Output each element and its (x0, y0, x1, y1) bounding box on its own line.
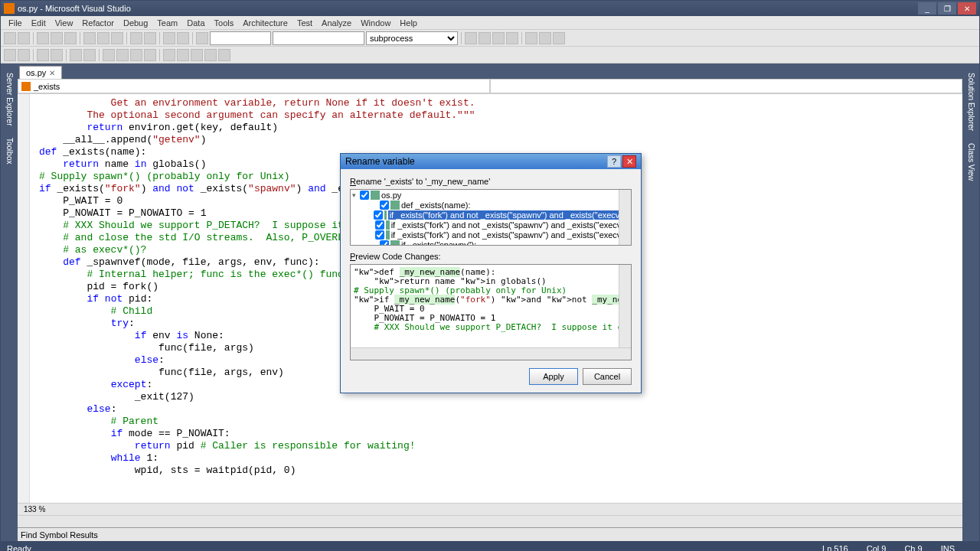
prev-bookmark-button[interactable] (116, 49, 129, 61)
indent-button[interactable] (37, 49, 49, 61)
dialog-close-button[interactable]: ✕ (622, 155, 636, 168)
cut-button[interactable] (83, 32, 96, 44)
menu-debug[interactable]: Debug (119, 18, 152, 28)
uncomment-button[interactable] (492, 32, 505, 44)
zoom-level[interactable]: 133 % (24, 505, 45, 514)
tree-item[interactable]: def _exists(name): (351, 200, 631, 210)
preview-box[interactable]: "kw">def _my_new_name(name): "kw">return… (350, 264, 632, 360)
tool-c-button[interactable] (539, 32, 551, 44)
bottom-panel[interactable]: Find Symbol Results (18, 527, 962, 541)
tool-d-button[interactable] (553, 32, 565, 44)
platform-dropdown[interactable] (273, 31, 364, 45)
menu-view[interactable]: View (51, 18, 78, 28)
find-button[interactable] (465, 32, 477, 44)
tool-b-button[interactable] (525, 32, 537, 44)
rename-label: Rename '_exists' to '_my_new_name' (350, 177, 632, 186)
tree-root-label: os.py (381, 191, 401, 200)
tree-item[interactable]: if _exists("fork") and not _exists("spaw… (351, 210, 631, 220)
tree-item[interactable]: if _exists("fork") and not _exists("spaw… (351, 220, 631, 230)
misc-4-button[interactable] (204, 49, 217, 61)
start-debug-button[interactable] (196, 32, 208, 44)
new-project-button[interactable] (4, 32, 16, 44)
misc-5-button[interactable] (218, 49, 230, 61)
menu-data[interactable]: Data (182, 18, 209, 28)
tree-item-label: if _exists("fork") and not _exists("spaw… (391, 220, 629, 230)
menu-architecture[interactable]: Architecture (238, 18, 292, 28)
comment-line-button[interactable] (70, 49, 82, 61)
toolbox-tab[interactable]: Toolbox (4, 132, 15, 170)
menu-file[interactable]: File (4, 18, 27, 28)
tree-root-checkbox[interactable] (360, 191, 369, 200)
tree-item-checkbox[interactable] (374, 210, 383, 220)
tool-a-button[interactable] (506, 32, 518, 44)
menu-window[interactable]: Window (356, 18, 395, 28)
undo-button[interactable] (130, 32, 142, 44)
menu-help[interactable]: Help (395, 18, 422, 28)
save-all-button[interactable] (64, 32, 77, 44)
tree-item[interactable]: if _exists("fork") and not _exists("spaw… (351, 230, 631, 240)
cancel-button[interactable]: Cancel (583, 368, 632, 385)
tree-scrollbar[interactable] (619, 190, 631, 245)
preview-vscroll[interactable] (619, 265, 631, 347)
minimize-button[interactable]: _ (918, 2, 936, 15)
tree-item[interactable]: if _exists("spawnv"): (351, 240, 631, 246)
bookmark-button[interactable] (103, 49, 115, 61)
menu-test[interactable]: Test (292, 18, 317, 28)
member-dropdown[interactable] (490, 79, 962, 93)
tree-root[interactable]: ▾ os.py (351, 190, 631, 200)
preview-label: Preview Code Changes: (350, 252, 632, 261)
misc-2-button[interactable] (177, 49, 189, 61)
nav-back-button[interactable] (163, 32, 175, 44)
misc-1-button[interactable] (163, 49, 175, 61)
menu-team[interactable]: Team (152, 18, 182, 28)
word-wrap-button[interactable] (18, 49, 30, 61)
tree-item-checkbox[interactable] (375, 220, 384, 230)
save-button[interactable] (51, 32, 63, 44)
find-symbol-results-tab[interactable]: Find Symbol Results (21, 530, 98, 540)
misc-3-button[interactable] (191, 49, 203, 61)
tree-item-checkbox[interactable] (380, 201, 389, 210)
tree-item-checkbox[interactable] (375, 230, 384, 240)
add-item-button[interactable] (18, 32, 30, 44)
file-tab-label: os.py (26, 68, 46, 77)
server-explorer-tab[interactable]: Server Explorer (4, 67, 15, 132)
code-icon (386, 230, 390, 240)
horizontal-scrollbar[interactable] (18, 515, 962, 527)
comment-button[interactable] (479, 32, 491, 44)
preview-hscroll[interactable] (351, 347, 631, 360)
nav-fwd-button[interactable] (177, 32, 189, 44)
config-dropdown-1[interactable] (210, 31, 271, 45)
scope-dropdown[interactable]: _exists (18, 79, 490, 93)
next-bookmark-button[interactable] (130, 49, 142, 61)
apply-button[interactable]: Apply (529, 368, 578, 385)
dialog-help-button[interactable]: ? (607, 155, 621, 168)
menu-edit[interactable]: Edit (27, 18, 51, 28)
outdent-button[interactable] (51, 49, 63, 61)
menubar: FileEditViewRefactorDebugTeamDataToolsAr… (1, 16, 979, 30)
menu-tools[interactable]: Tools (210, 18, 239, 28)
clear-bookmarks-button[interactable] (144, 49, 156, 61)
uncomment-line-button[interactable] (83, 49, 96, 61)
tab-button[interactable] (4, 49, 16, 61)
titlebar: os.py - Microsoft Visual Studio _ ❐ ✕ (1, 1, 979, 16)
toolbar-secondary (1, 47, 979, 64)
occurrences-tree[interactable]: ▾ os.py def _exists(name):if _exists("fo… (350, 189, 632, 246)
menu-refactor[interactable]: Refactor (77, 18, 119, 28)
class-view-tab[interactable]: Class View (965, 137, 977, 187)
startup-dropdown[interactable]: subprocess (366, 31, 458, 45)
tree-item-label: if _exists("fork") and not _exists("spaw… (388, 210, 629, 220)
redo-button[interactable] (144, 32, 156, 44)
open-button[interactable] (37, 32, 49, 44)
maximize-button[interactable]: ❐ (938, 2, 956, 15)
file-tab-ospy[interactable]: os.py ✕ (19, 66, 62, 79)
tree-item-checkbox[interactable] (380, 240, 389, 246)
menu-analyze[interactable]: Analyze (317, 18, 356, 28)
close-button[interactable]: ✕ (958, 2, 976, 15)
paste-button[interactable] (111, 32, 123, 44)
dialog-titlebar[interactable]: Rename variable ? ✕ (341, 154, 641, 169)
solution-explorer-tab[interactable]: Solution Explorer (965, 67, 977, 137)
zoom-bar: 133 % (18, 503, 962, 515)
close-tab-icon[interactable]: ✕ (49, 69, 55, 77)
status-col: Col 9 (867, 544, 887, 551)
copy-button[interactable] (97, 32, 109, 44)
